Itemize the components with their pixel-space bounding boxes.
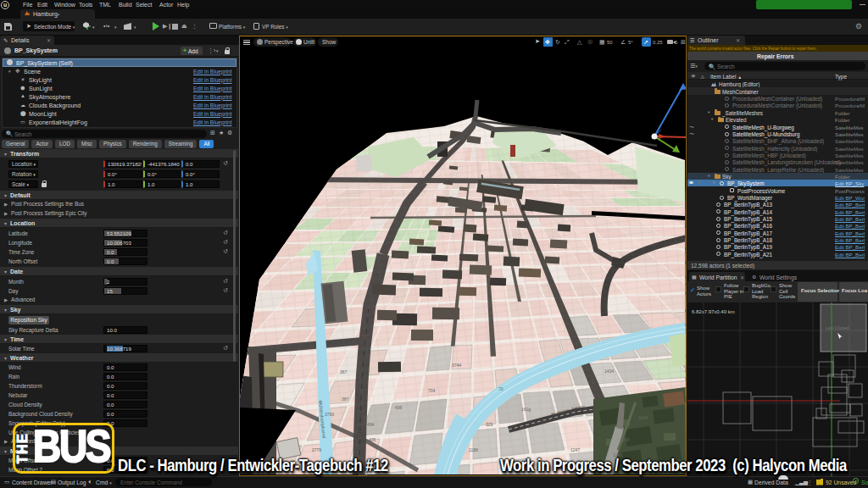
svg-text:2779: 2779 — [312, 447, 321, 452]
svg-text:704: 704 — [428, 388, 436, 393]
svg-text:367: 367 — [340, 369, 348, 374]
svg-text:3793: 3793 — [325, 412, 334, 417]
svg-text:3744: 3744 — [452, 363, 461, 368]
svg-text:70: 70 — [498, 386, 504, 391]
svg-text:434: 434 — [367, 422, 375, 427]
svg-text:1188: 1188 — [469, 447, 478, 452]
svg-text:329: 329 — [486, 422, 493, 427]
svg-text:1434: 1434 — [604, 369, 614, 374]
svg-text:1247: 1247 — [570, 447, 580, 452]
svg-text:436: 436 — [395, 405, 403, 410]
svg-text:1244: 1244 — [638, 415, 648, 420]
svg-text:Last Clicked: Last Clicked — [826, 325, 849, 330]
svg-text:387: 387 — [342, 396, 349, 402]
svg-text:161g: 161g — [521, 407, 531, 412]
svg-text:435: 435 — [369, 437, 376, 442]
svg-text:1243: 1243 — [620, 437, 629, 442]
